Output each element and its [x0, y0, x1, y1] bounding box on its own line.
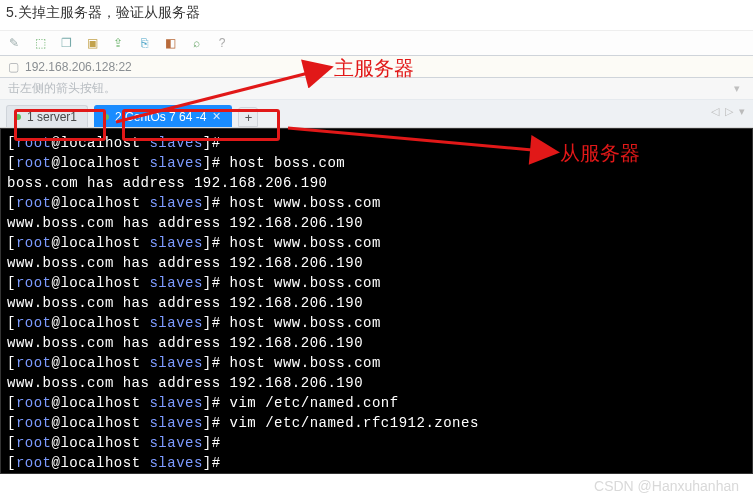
tab-server1[interactable]: 1 server1 [6, 105, 88, 127]
status-dot-icon [103, 114, 109, 120]
square-icon[interactable]: ◧ [162, 35, 178, 51]
clipboard-icon[interactable]: ⎘ [136, 35, 152, 51]
tab-right-controls: ◁ ▷ ▾ [711, 105, 745, 118]
folder-icon[interactable]: ▣ [84, 35, 100, 51]
status-dot-icon [15, 114, 21, 120]
more-icon[interactable]: ▾ [739, 105, 745, 118]
tab-label: 1 server1 [27, 110, 77, 124]
overlap-icon[interactable]: ❐ [58, 35, 74, 51]
share-icon[interactable]: ⇪ [110, 35, 126, 51]
close-icon[interactable]: ✕ [212, 110, 221, 123]
host-label: 192.168.206.128:22 [25, 60, 132, 74]
chevron-down-icon[interactable]: ▾ [729, 81, 745, 97]
new-tab-button[interactable]: + [238, 107, 258, 127]
top-toolbar: ✎ ⬚ ❐ ▣ ⇪ ⎘ ◧ ⌕ ? [0, 30, 753, 56]
annotation-label-secondary: 从服务器 [560, 140, 640, 167]
tab-bar: 1 server1 2 CentOs 7 64 -4 ✕ + ◁ ▷ ▾ [0, 100, 753, 128]
chevron-right-icon[interactable]: ▷ [725, 105, 733, 118]
annotation-label-primary: 主服务器 [334, 55, 414, 82]
save-icon[interactable]: ⬚ [32, 35, 48, 51]
watermark: CSDN @Hanxuhanhan [594, 478, 739, 494]
help-icon[interactable]: ? [214, 35, 230, 51]
nav-hint: 击左侧的箭头按钮。 [8, 80, 116, 97]
pencil-icon[interactable]: ✎ [6, 35, 22, 51]
page-caption: 5.关掉主服务器，验证从服务器 [0, 0, 753, 30]
tab-label: 2 CentOs 7 64 -4 [115, 110, 206, 124]
tab-centos7[interactable]: 2 CentOs 7 64 -4 ✕ [94, 105, 232, 127]
zoom-icon[interactable]: ⌕ [188, 35, 204, 51]
screen-icon: ▢ [8, 60, 19, 74]
terminal[interactable]: [root@localhost slaves]# [root@localhost… [0, 128, 753, 474]
chevron-left-icon[interactable]: ◁ [711, 105, 719, 118]
